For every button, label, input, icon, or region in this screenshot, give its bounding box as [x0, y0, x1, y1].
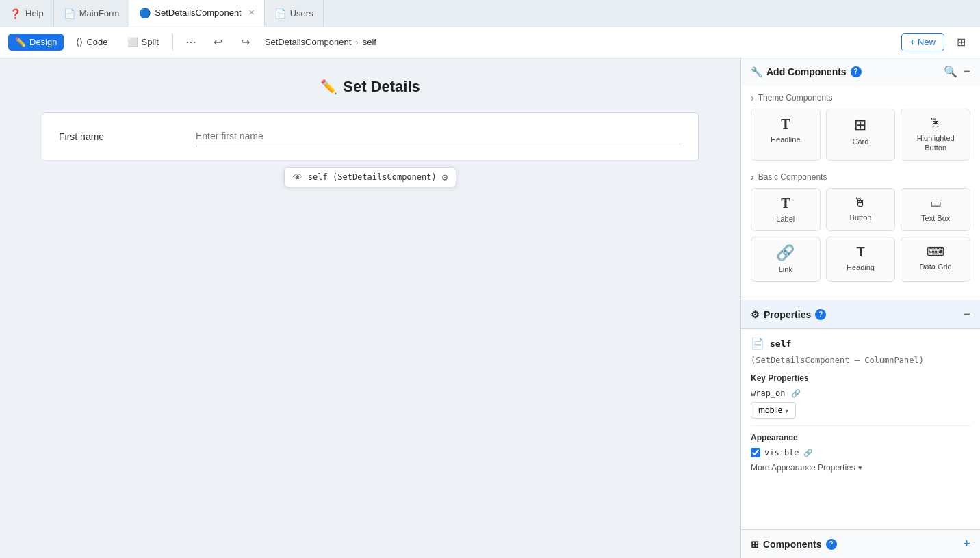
- component-card[interactable]: ⊞ Card: [826, 109, 896, 161]
- collapse-properties-button[interactable]: −: [963, 307, 970, 321]
- key-properties-title: Key Properties: [751, 373, 970, 383]
- search-icon[interactable]: 🔍: [944, 65, 957, 78]
- code-icon: ⟨⟩: [76, 37, 83, 47]
- users-icon: 📄: [274, 8, 286, 19]
- design-icon: ✏️: [15, 37, 26, 47]
- visible-row: visible 🔗: [751, 448, 970, 457]
- breadcrumb-self: self: [363, 37, 376, 47]
- split-button[interactable]: ⬜ Split: [120, 34, 166, 51]
- component-text-box[interactable]: ▭ Text Box: [901, 188, 970, 231]
- first-name-input[interactable]: [196, 127, 682, 146]
- dropdown-arrow-icon: ▾: [785, 407, 788, 414]
- wrap-on-value: mobile: [758, 406, 782, 415]
- undo-button[interactable]: ↩: [207, 31, 229, 53]
- more-options-button[interactable]: ⋯: [180, 31, 202, 53]
- more-appearance-arrow-icon: ▾: [858, 464, 862, 473]
- properties-title: Properties: [764, 309, 811, 320]
- wrap-on-dropdown[interactable]: mobile ▾: [751, 402, 796, 418]
- layout-toggle-button[interactable]: ⊞: [950, 31, 972, 53]
- component-heading[interactable]: T Heading: [826, 237, 896, 282]
- component-highlighted-button[interactable]: 🖱 Highlighted Button: [901, 109, 970, 161]
- card-icon: ⊞: [854, 116, 866, 134]
- add-components-header[interactable]: 🔧 Add Components ? 🔍 −: [741, 57, 980, 85]
- eye-icon: 👁: [293, 172, 302, 183]
- components-footer-title: Components: [763, 539, 822, 550]
- visible-label: visible: [764, 448, 799, 457]
- tab-help[interactable]: ❓ Help: [0, 0, 54, 27]
- theme-components-label: Theme Components: [751, 92, 970, 103]
- tab-bar: ❓ Help 📄 MainForm 🔵 SetDetailsComponent …: [0, 0, 980, 27]
- canvas-area: ✏️ Set Details First name 👁 self (SetDet…: [0, 57, 740, 558]
- add-components-help-badge[interactable]: ?: [851, 66, 862, 77]
- design-button[interactable]: ✏️ Design: [8, 34, 64, 51]
- properties-help-badge[interactable]: ?: [815, 309, 826, 320]
- visible-checkbox[interactable]: [751, 448, 760, 457]
- card-label: Card: [853, 137, 869, 146]
- more-appearance-toggle[interactable]: More Appearance Properties ▾: [751, 463, 970, 473]
- first-name-row: First name: [42, 113, 698, 161]
- theme-components-section: Theme Components T Headline ⊞ Card 🖱 Hig…: [741, 85, 980, 300]
- close-tab-icon[interactable]: ✕: [248, 8, 255, 17]
- setdetails-icon: 🔵: [139, 8, 151, 18]
- tab-mainform-label: MainForm: [79, 8, 120, 18]
- breadcrumb: SetDetailsComponent › self: [265, 37, 376, 47]
- wrench-icon: 🔧: [751, 66, 762, 77]
- more-appearance-label: More Appearance Properties: [751, 463, 855, 473]
- headline-icon: T: [781, 116, 790, 132]
- canvas-title: ✏️ Set Details: [320, 78, 420, 96]
- form-card: First name: [42, 112, 699, 161]
- components-help-badge[interactable]: ?: [826, 539, 837, 550]
- component-headline[interactable]: T Headline: [751, 109, 821, 161]
- split-icon: ⬜: [127, 37, 138, 47]
- mainform-icon: 📄: [64, 8, 75, 19]
- redo-button[interactable]: ↪: [235, 31, 257, 53]
- settings-icon[interactable]: ⚙: [442, 172, 448, 183]
- text-box-label: Text Box: [921, 213, 950, 223]
- new-button[interactable]: + New: [901, 33, 944, 51]
- components-footer: ⊞ Components ? +: [741, 529, 980, 558]
- toolbar: ✏️ Design ⟨⟩ Code ⬜ Split ⋯ ↩ ↪ SetDetai…: [0, 27, 980, 57]
- file-icon: 📄: [751, 337, 764, 350]
- component-tooltip: 👁 self (SetDetailsComponent) ⚙: [284, 167, 456, 187]
- page-title: Set Details: [343, 78, 420, 96]
- link-icon: 🔗: [776, 244, 795, 262]
- text-box-icon: ▭: [930, 196, 942, 211]
- button-label: Button: [850, 213, 872, 222]
- wrap-on-link-icon[interactable]: 🔗: [791, 389, 801, 398]
- appearance-title: Appearance: [751, 433, 970, 442]
- heading-icon: T: [856, 244, 864, 260]
- tab-setdetails[interactable]: 🔵 SetDetailsComponent ✕: [129, 0, 264, 27]
- self-type: (SetDetailsComponent – ColumnPanel): [751, 356, 970, 365]
- properties-header: ⚙ Properties ? −: [741, 300, 980, 329]
- component-data-grid[interactable]: ⌨ Data Grid: [901, 237, 970, 282]
- add-component-button[interactable]: +: [963, 537, 970, 551]
- tab-users[interactable]: 📄 Users: [265, 0, 324, 27]
- headline-label: Headline: [771, 135, 800, 144]
- add-components-title: Add Components: [766, 66, 847, 77]
- toolbar-separator: [172, 34, 173, 51]
- data-grid-icon: ⌨: [927, 244, 944, 259]
- wrap-on-value-row: mobile ▾: [751, 402, 970, 418]
- basic-components-grid: T Label 🖱 Button ▭ Text Box 🔗 Link: [751, 188, 970, 282]
- label-label: Label: [776, 214, 795, 224]
- component-link[interactable]: 🔗 Link: [751, 237, 821, 282]
- properties-divider: [751, 425, 970, 426]
- wrap-on-key: wrap_on: [751, 388, 786, 398]
- add-components-section: 🔧 Add Components ? 🔍 − Theme Components …: [741, 57, 980, 300]
- add-components-header-right: 🔍 −: [944, 64, 970, 79]
- highlighted-button-icon: 🖱: [929, 116, 942, 131]
- first-name-label: First name: [59, 131, 196, 142]
- code-label: Code: [86, 37, 107, 47]
- code-button[interactable]: ⟨⟩ Code: [69, 34, 114, 51]
- visible-link-icon[interactable]: 🔗: [803, 449, 813, 457]
- component-label[interactable]: T Label: [751, 188, 821, 231]
- tab-users-label: Users: [290, 8, 313, 18]
- properties-section: ⚙ Properties ? − 📄 self (SetDetailsCompo…: [741, 300, 980, 529]
- collapse-add-components-button[interactable]: −: [963, 64, 970, 79]
- label-icon: T: [781, 196, 790, 211]
- tab-mainform[interactable]: 📄 MainForm: [54, 0, 130, 27]
- right-panel: 🔧 Add Components ? 🔍 − Theme Components …: [740, 57, 980, 558]
- component-button[interactable]: 🖱 Button: [826, 188, 896, 231]
- breadcrumb-component[interactable]: SetDetailsComponent: [265, 37, 351, 47]
- heading-label: Heading: [847, 263, 875, 272]
